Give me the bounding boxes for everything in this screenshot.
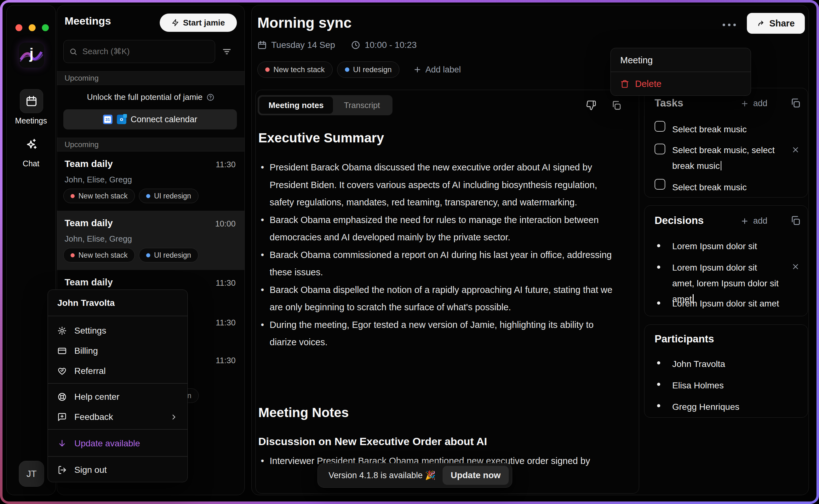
credit-card-icon <box>57 346 67 356</box>
menu-item-help-center[interactable]: Help center <box>48 387 187 407</box>
tasks-card: Tasks add Select break music Select brea… <box>644 88 808 198</box>
share-label: Share <box>769 18 795 29</box>
meeting-participants: John, Elise, Gregg <box>65 234 132 244</box>
menu-item-feedback[interactable]: Feedback <box>48 407 187 427</box>
tag-new-tech-stack[interactable]: New tech stack <box>257 61 333 78</box>
tag-dot-icon <box>71 253 75 257</box>
menu-item-label: Help center <box>74 392 119 402</box>
bullet-dot-icon <box>657 266 660 269</box>
tab-transcript[interactable]: Transcript <box>333 100 391 110</box>
sidebar-item-meetings[interactable] <box>20 89 43 113</box>
discussion-list-clipped: The order is 100 pages long and broadly … <box>258 489 558 494</box>
exec-bullet: Barack Obama dispelled the notion of a r… <box>258 281 621 316</box>
close-traffic-light[interactable] <box>15 24 22 31</box>
task-item[interactable]: Select break music <box>672 180 747 195</box>
meeting-title: Team daily <box>65 277 113 288</box>
add-task-button[interactable]: add <box>753 99 767 108</box>
add-label-button[interactable]: Add label <box>413 65 461 75</box>
connect-calendar-label: Connect calendar <box>131 115 198 124</box>
calendar-icon <box>257 40 267 50</box>
share-arrow-icon <box>757 19 765 28</box>
thumbs-down-button[interactable] <box>586 100 596 111</box>
meeting-menu: Meeting Delete <box>610 48 751 96</box>
tag-new-tech-stack[interactable]: New tech stack <box>63 248 135 262</box>
ellipsis-icon <box>728 24 730 26</box>
bullet-dot-icon <box>657 244 660 247</box>
help-circle-icon[interactable] <box>206 93 215 101</box>
decision-item[interactable]: Lorem Ipsum dolor sit <box>672 238 757 254</box>
outlook-icon: o <box>117 115 126 124</box>
divider <box>48 456 187 457</box>
minimize-traffic-light[interactable] <box>29 24 36 31</box>
copy-icon[interactable] <box>790 98 801 108</box>
ellipsis-icon <box>733 24 736 26</box>
menu-item-billing[interactable]: Billing <box>48 341 187 361</box>
update-now-button[interactable]: Update now <box>443 466 509 485</box>
tag-ui-redesign[interactable]: UI redesign <box>337 61 400 78</box>
plus-icon[interactable] <box>741 217 749 225</box>
exec-summary-heading: Executive Summary <box>258 130 384 146</box>
participant-item: Elisa Holmes <box>672 378 724 393</box>
clock-icon <box>351 40 360 50</box>
meeting-time: 11:30 <box>216 318 236 328</box>
menu-item-sign-out[interactable]: Sign out <box>48 460 187 480</box>
thumbs-down-icon <box>586 100 596 111</box>
menu-item-update-available[interactable]: Update available <box>48 433 187 454</box>
tag-dot-icon <box>345 67 349 72</box>
meeting-title: Team daily <box>65 158 113 169</box>
share-button[interactable]: Share <box>747 13 805 34</box>
meeting-title: Team daily <box>65 218 113 228</box>
remove-decision-button[interactable] <box>791 262 800 271</box>
lightning-icon <box>172 19 179 26</box>
decisions-heading: Decisions <box>655 215 704 226</box>
remove-task-button[interactable] <box>791 146 800 154</box>
google-calendar-icon: 31 <box>103 115 112 124</box>
participants-card: Participants John Travolta Elisa Holmes … <box>644 324 808 418</box>
task-item-editing[interactable]: Select break music, select break music <box>672 142 779 174</box>
task-checkbox[interactable] <box>655 121 665 132</box>
task-item[interactable]: Select break music <box>672 122 747 137</box>
delete-label: Delete <box>635 79 661 89</box>
message-plus-icon <box>57 412 67 422</box>
menu-item-settings[interactable]: Settings <box>48 321 187 341</box>
more-options-button[interactable] <box>723 24 736 26</box>
add-decision-button[interactable]: add <box>753 216 767 226</box>
plus-icon[interactable] <box>741 100 749 108</box>
meetings-panel-title: Meetings <box>65 15 111 27</box>
bullet-dot-icon <box>657 383 660 386</box>
tag-ui-redesign[interactable]: UI redesign <box>139 189 198 203</box>
avatar[interactable]: JT <box>19 461 44 487</box>
copy-notes-button[interactable] <box>611 100 621 111</box>
sidebar-item-chat[interactable] <box>24 138 39 152</box>
discussion-heading: Discussion on New Executive Order about … <box>258 435 487 448</box>
section-header-upcoming: Upcoming <box>57 71 244 85</box>
filter-button[interactable] <box>219 44 235 60</box>
task-checkbox[interactable] <box>655 144 665 154</box>
meeting-row-selected[interactable]: Team daily 10:00 John, Elise, Gregg New … <box>57 211 244 270</box>
decision-item[interactable]: Lorem Ipsum dolor sit amet <box>672 296 779 312</box>
participant-item: Gregg Henriques <box>672 399 739 415</box>
update-toast: Version 4.1.8 is available 🎉 Update now <box>318 463 512 488</box>
start-jamie-label: Start jamie <box>183 18 225 28</box>
tag-label: UI redesign <box>154 192 191 200</box>
search-input[interactable] <box>82 47 209 56</box>
app-logo: j <box>19 43 44 68</box>
menu-item-label: Sign out <box>74 465 107 475</box>
zoom-traffic-light[interactable] <box>42 24 49 31</box>
search-box[interactable] <box>63 40 215 63</box>
meeting-time-range: 10:00 - 10:23 <box>365 40 417 50</box>
bullet-dot-icon <box>657 404 660 407</box>
task-checkbox[interactable] <box>655 179 665 190</box>
meeting-row[interactable]: Team daily 11:30 John, Elise, Gregg New … <box>57 152 244 211</box>
tag-ui-redesign[interactable]: UI redesign <box>139 248 198 262</box>
menu-item-delete[interactable]: Delete <box>611 72 751 96</box>
section-header-label: Upcoming <box>65 74 99 83</box>
tab-meeting-notes[interactable]: Meeting notes <box>259 97 333 114</box>
menu-item-referral[interactable]: Referral <box>48 361 187 381</box>
menu-item-label: Update available <box>74 438 140 449</box>
tag-new-tech-stack[interactable]: New tech stack <box>63 189 135 203</box>
close-icon <box>793 265 798 269</box>
start-jamie-button[interactable]: Start jamie <box>160 14 237 32</box>
copy-icon[interactable] <box>790 215 801 226</box>
connect-calendar-button[interactable]: 31 o Connect calendar <box>63 109 237 129</box>
